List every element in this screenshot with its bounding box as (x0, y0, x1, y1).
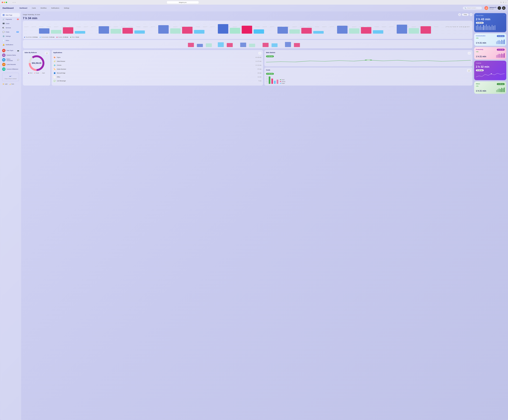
svg-rect-69 (477, 25, 478, 30)
nav-links: Dashboard Cards Workflow Notifications S… (19, 7, 460, 9)
theme-light-btn[interactable]: ☀️ Light (2, 83, 7, 85)
light-label: Light (5, 83, 7, 85)
others-sub: +5% (476, 85, 505, 87)
sidebar-item-inbox[interactable]: ✉️ Inbox (1, 38, 20, 42)
contact-avatar-szekeres: SD (2, 53, 6, 57)
bottom-row: Sales By Referrer ⬜ $56,356.00 (23, 50, 472, 86)
costs-chart-area: 9.5k 9.0k 8.5k 8.0k 7.5k (266, 75, 471, 84)
app-name-figma: Figma (57, 57, 254, 58)
donut-chart: $56,356.00 (24, 55, 49, 72)
prev-btn[interactable]: ‹ (458, 13, 461, 16)
svg-rect-39 (409, 28, 419, 34)
app-item-line: 💬 Line Messenger 7 min (53, 79, 261, 83)
svg-rect-67 (277, 80, 278, 84)
contact-leslie[interactable]: LA Leslie Alexander (1, 62, 20, 67)
usage-header: Usage Yesterday, 24 June ‹ Today › (23, 13, 472, 16)
figma-icon: 🎨 (53, 56, 56, 59)
app-name-adobe: Adobe Illustrator (57, 68, 257, 70)
sidebar-item-main-page[interactable]: Main Page (1, 13, 20, 17)
time-at-work-more-btn[interactable]: ··· (504, 14, 505, 16)
svg-rect-20 (123, 28, 133, 34)
svg-rect-95 (504, 53, 505, 58)
maximize-button[interactable] (6, 2, 7, 3)
web-stat-more-btn[interactable]: ··· (468, 52, 471, 55)
search-bar[interactable]: 🔍 Search Content ... (463, 7, 482, 9)
nav-settings[interactable]: Settings (63, 7, 70, 9)
sidebar-item-services[interactable]: Services (1, 26, 20, 30)
nav-notifications[interactable]: Notifications (50, 7, 60, 9)
svg-rect-98 (497, 89, 498, 92)
svg-rect-24 (182, 27, 193, 34)
sales-more-btn[interactable]: ⬜ (45, 52, 49, 55)
web-stat-badge: 2 h 32 min (266, 55, 274, 57)
svg-rect-74 (485, 26, 485, 30)
svg-rect-93 (501, 53, 502, 58)
sidebar-item-notifications[interactable]: 🔔 Notifications (1, 43, 20, 46)
svg-rect-30 (278, 27, 288, 34)
theme-toggle: ☀️ Light 🌙 Dark (1, 82, 20, 86)
legend-label-1: Communication (41, 37, 49, 38)
others-chart (496, 87, 505, 92)
svg-rect-72 (482, 27, 482, 30)
contact-balazs[interactable]: BA Balázs Annamária 💬 (1, 58, 20, 62)
legend-item-2: Creativity 2 h 32 min (57, 37, 68, 38)
usage-time: 7 h 34 min (23, 16, 472, 20)
legend-label-0: Time At Work (26, 37, 32, 38)
svg-rect-37 (373, 30, 383, 34)
back-button[interactable]: ‹ (13, 1, 14, 3)
line-icon: 💬 (53, 80, 56, 82)
close-button[interactable] (2, 2, 3, 3)
forward-button[interactable]: › (15, 1, 15, 3)
svg-rect-48 (227, 43, 233, 47)
minimize-button[interactable] (4, 2, 5, 3)
svg-rect-27 (230, 28, 240, 34)
nav-cards[interactable]: Cards (31, 7, 37, 9)
legend-time-3: 41 min (76, 37, 79, 38)
legend-item-1: Communication 1 h 21 min (40, 37, 54, 38)
svg-rect-51 (263, 43, 269, 47)
legend-item-3: Others 41 min (70, 37, 79, 38)
sales-legend: Direct Google Apple (24, 72, 49, 74)
share-icon[interactable]: ⬆ (503, 1, 504, 3)
svg-rect-97 (496, 90, 497, 92)
reload-icon[interactable]: ↻ (501, 1, 502, 3)
others-title: Others (476, 83, 480, 85)
safari-icon: 🧭 (53, 60, 56, 63)
sidebar-item-settings[interactable]: ⚙️ Settings (1, 34, 20, 38)
contact-szekeres[interactable]: SD Szekeres Dalma (1, 53, 20, 58)
sidebar-item-cards[interactable]: Cards (1, 22, 20, 25)
sidebar-item-chats[interactable]: 💬 Chats 24 (1, 30, 20, 34)
prod-sub: +5% (476, 51, 505, 52)
costs-more-btn[interactable]: ⬜ (467, 69, 471, 72)
sidebar-item-payments[interactable]: 🛒 Payments 2 (1, 17, 20, 21)
app-item-chrome: 🌐 Chrome 1 h 12 min (53, 63, 261, 67)
prod-chart (496, 53, 505, 58)
svg-rect-101 (501, 88, 502, 92)
apps-more-btn[interactable]: ··· (258, 52, 261, 55)
comm-badge: 2 h 32 min (497, 35, 505, 37)
sales-legend-google: Google (34, 72, 39, 74)
nav-dashboard[interactable]: Dashboard (19, 7, 28, 9)
address-bar[interactable]: bitagency.eu (167, 1, 199, 4)
creativity-more-btn[interactable]: ··· (503, 62, 505, 64)
svg-rect-28 (242, 26, 252, 34)
power-btn[interactable]: ⏻ (502, 6, 506, 10)
sales-legend-apple-label: Apple (42, 72, 45, 74)
sidebar-label-services: Services (6, 27, 11, 29)
svg-text:8.0k: 8.0k (266, 81, 268, 82)
svg-rect-19 (110, 29, 121, 34)
svg-rect-26 (218, 24, 228, 34)
next-btn[interactable]: › (470, 13, 472, 16)
contact-cameron[interactable]: CW Cameron Williamson (1, 67, 20, 71)
comm-sub: +5% (476, 38, 505, 39)
drag-upload-area[interactable]: ☁↑ Drag-n-Drop to Upload (2, 73, 19, 81)
theme-dark-btn[interactable]: 🌙 Dark (9, 83, 14, 85)
contact-name-leslie: Leslie Alexander (7, 64, 16, 65)
nav-workflow[interactable]: Workflow (40, 7, 47, 9)
new-tab-icon[interactable]: + (506, 1, 506, 3)
time-at-work-badge: 2 h 32 min (476, 22, 484, 24)
notification-btn[interactable]: ⚫ (498, 6, 501, 10)
today-btn[interactable]: Today (462, 14, 469, 16)
contact-peter-taylor[interactable]: PT Peter Taylor 📷 (1, 48, 20, 53)
others-card: Others 1 h 09 min +5% 1 h 21 min (474, 82, 506, 94)
